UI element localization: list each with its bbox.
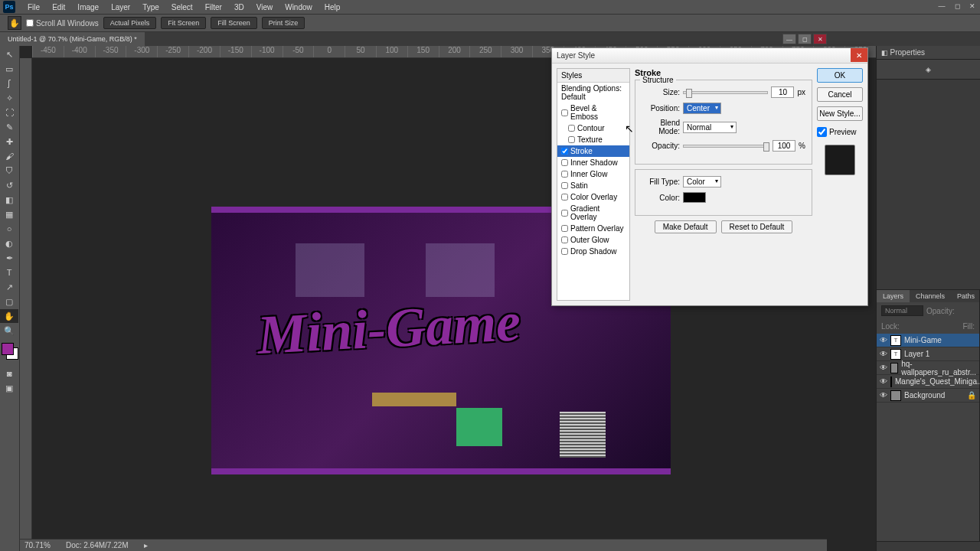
- layer-thumbnail: T: [890, 349, 901, 360]
- pen-tool[interactable]: ✒: [0, 251, 18, 265]
- visibility-icon[interactable]: 👁: [880, 364, 887, 372]
- visibility-icon[interactable]: 👁: [880, 391, 887, 399]
- reset-default-button[interactable]: Reset to Default: [721, 220, 793, 233]
- menu-view[interactable]: View: [250, 2, 279, 13]
- document-tab[interactable]: Untitled-1 @ 70.7% (Mini-Game, RGB/8) *: [0, 32, 145, 46]
- marquee-tool[interactable]: ▭: [0, 62, 18, 76]
- stamp-tool[interactable]: ⛉: [0, 164, 18, 178]
- path-tool[interactable]: ↗: [0, 280, 18, 294]
- shape-tool[interactable]: ▢: [0, 295, 18, 308]
- screenmode-tool[interactable]: ▣: [0, 381, 18, 395]
- preview-checkbox[interactable]: Preview: [817, 127, 863, 137]
- opt-fit-screen[interactable]: Fit Screen: [161, 17, 206, 29]
- layer-row[interactable]: 👁TMini-Game: [877, 334, 979, 347]
- style-drop-shadow[interactable]: Drop Shadow: [557, 246, 629, 257]
- blend-mode-select[interactable]: Normal: [881, 305, 923, 316]
- layer-name: Mini-Game: [904, 336, 942, 344]
- gradient-tool[interactable]: ▦: [0, 207, 18, 221]
- doc-maximize-button[interactable]: ◻: [798, 34, 812, 44]
- close-button[interactable]: ✕: [965, 0, 980, 12]
- lasso-tool[interactable]: ʃ: [0, 77, 18, 90]
- stroke-color-swatch[interactable]: [683, 192, 706, 203]
- opt-print-size[interactable]: Print Size: [262, 17, 305, 29]
- scroll-all-checkbox[interactable]: Scroll All Windows: [26, 19, 99, 28]
- style-contour[interactable]: Contour: [557, 122, 629, 134]
- properties-panel-tab[interactable]: ◧ Properties: [877, 46, 980, 60]
- dialog-close-button[interactable]: ✕: [851, 48, 867, 62]
- tab-channels[interactable]: Channels: [910, 290, 951, 302]
- maximize-button[interactable]: ◻: [949, 0, 965, 12]
- eyedropper-tool[interactable]: ✎: [0, 120, 18, 134]
- menu-layer[interactable]: Layer: [105, 2, 136, 13]
- style-satin[interactable]: Satin: [557, 180, 629, 191]
- move-tool[interactable]: ↖: [0, 47, 18, 61]
- cancel-button[interactable]: Cancel: [817, 87, 863, 102]
- styles-header[interactable]: Styles: [557, 69, 629, 83]
- tab-paths[interactable]: Paths: [951, 290, 980, 302]
- menu-type[interactable]: Type: [136, 2, 165, 13]
- layer-row[interactable]: 👁Background🔒: [877, 389, 979, 403]
- style-color-overlay[interactable]: Color Overlay: [557, 191, 629, 203]
- filltype-dropdown[interactable]: Color: [683, 176, 721, 187]
- dialog-title-text: Layer Style: [557, 51, 595, 60]
- eraser-tool[interactable]: ◧: [0, 193, 18, 207]
- status-arrow-icon[interactable]: ▸: [144, 541, 148, 549]
- menu-help[interactable]: Help: [318, 2, 347, 13]
- blendmode-dropdown[interactable]: Normal: [683, 122, 737, 133]
- tab-layers[interactable]: Layers: [877, 290, 910, 302]
- minimize-button[interactable]: —: [934, 0, 949, 12]
- layer-row[interactable]: 👁Mangle's_Quest_Miniga...: [877, 375, 979, 389]
- opacity-label: Opacity:: [926, 307, 955, 315]
- menu-3d[interactable]: 3D: [228, 2, 250, 13]
- opt-actual-pixels[interactable]: Actual Pixels: [103, 17, 157, 29]
- crop-tool[interactable]: ⛶: [0, 106, 18, 119]
- dodge-tool[interactable]: ◐: [0, 236, 18, 250]
- opacity-input[interactable]: [773, 140, 795, 152]
- zoom-level[interactable]: 70.71%: [24, 541, 51, 549]
- size-input[interactable]: [771, 86, 794, 98]
- history-brush-tool[interactable]: ↺: [0, 178, 18, 192]
- collapsed-panel-1[interactable]: ◈: [877, 60, 980, 80]
- foreground-color-swatch[interactable]: [2, 343, 14, 355]
- menu-select[interactable]: Select: [165, 2, 199, 13]
- position-dropdown[interactable]: Center: [683, 103, 721, 114]
- style-outer-glow[interactable]: Outer Glow: [557, 234, 629, 246]
- menu-image[interactable]: Image: [71, 2, 105, 13]
- style-gradient-overlay[interactable]: Gradient Overlay: [557, 203, 629, 223]
- menu-filter[interactable]: Filter: [199, 2, 228, 13]
- visibility-icon[interactable]: 👁: [880, 336, 887, 344]
- color-swatches[interactable]: [0, 343, 19, 366]
- dialog-titlebar[interactable]: Layer Style ✕: [552, 48, 867, 64]
- style-inner-shadow[interactable]: Inner Shadow: [557, 157, 629, 168]
- style-bevel-emboss[interactable]: Bevel & Emboss: [557, 103, 629, 122]
- type-tool[interactable]: T: [0, 266, 18, 279]
- layer-row[interactable]: 👁hq-wallpapers_ru_abstr...: [877, 361, 979, 375]
- ok-button[interactable]: OK: [817, 68, 863, 83]
- wand-tool[interactable]: ✧: [0, 91, 18, 105]
- style-texture[interactable]: Texture: [557, 134, 629, 145]
- opacity-slider[interactable]: [683, 145, 769, 148]
- new-style-button[interactable]: New Style...: [817, 106, 863, 121]
- doc-close-button[interactable]: ✕: [813, 34, 827, 44]
- menu-file[interactable]: File: [21, 2, 46, 13]
- healing-tool[interactable]: ✚: [0, 135, 18, 148]
- opt-fill-screen[interactable]: Fill Screen: [211, 17, 257, 29]
- blendmode-label: Blend Mode:: [642, 119, 680, 135]
- doc-minimize-button[interactable]: —: [782, 34, 796, 44]
- blending-options-item[interactable]: Blending Options: Default: [557, 83, 629, 103]
- style-inner-glow[interactable]: Inner Glow: [557, 168, 629, 180]
- hand-tool[interactable]: ✋: [0, 309, 18, 323]
- window-controls: — ◻ ✕: [934, 0, 980, 12]
- style-pattern-overlay[interactable]: Pattern Overlay: [557, 223, 629, 234]
- quickmask-tool[interactable]: ◙: [0, 367, 18, 380]
- blur-tool[interactable]: ○: [0, 222, 18, 236]
- style-stroke[interactable]: Stroke: [557, 145, 629, 157]
- size-slider[interactable]: [683, 91, 768, 94]
- brush-tool[interactable]: 🖌: [0, 149, 18, 163]
- visibility-icon[interactable]: 👁: [880, 350, 887, 358]
- menu-edit[interactable]: Edit: [46, 2, 71, 13]
- menu-window[interactable]: Window: [279, 2, 318, 13]
- make-default-button[interactable]: Make Default: [655, 220, 717, 233]
- zoom-tool[interactable]: 🔍: [0, 324, 18, 337]
- visibility-icon[interactable]: 👁: [880, 377, 887, 386]
